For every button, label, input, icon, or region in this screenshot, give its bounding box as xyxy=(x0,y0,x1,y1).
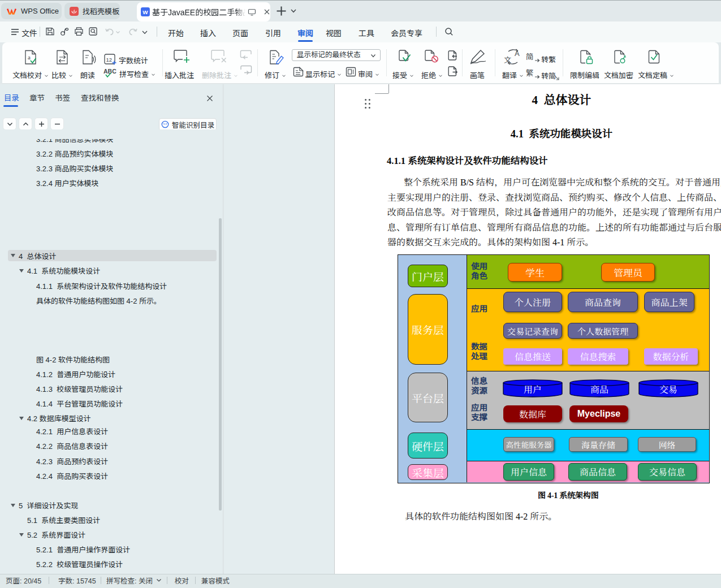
svg-text:W: W xyxy=(143,9,148,15)
svg-text:a: a xyxy=(28,54,31,60)
svg-text:简: 简 xyxy=(526,51,534,62)
svg-text:繁: 繁 xyxy=(526,68,534,78)
svg-text:12: 12 xyxy=(106,57,113,63)
